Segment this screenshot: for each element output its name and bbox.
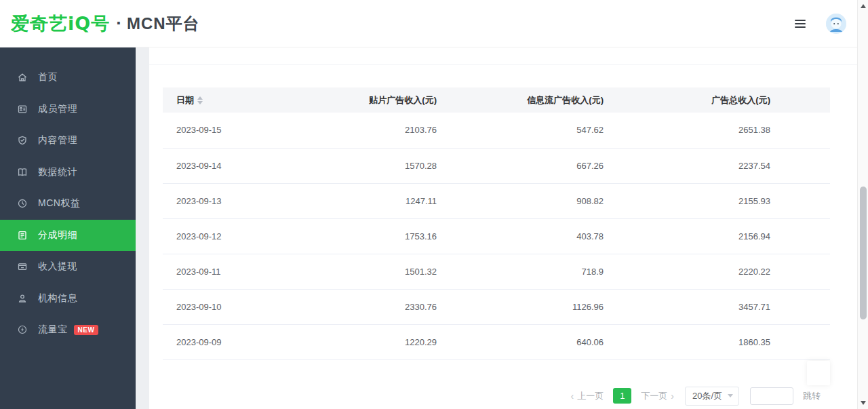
table-row: 2023-09-15 2103.76 547.62 2651.38 [163, 113, 830, 148]
select-caret-down-icon [728, 394, 733, 397]
cell-date: 2023-09-09 [163, 324, 330, 359]
cell-feed-ad-revenue: 1126.96 [496, 289, 663, 324]
current-page-button[interactable]: 1 [613, 388, 631, 404]
cell-preroll-ad-revenue: 1570.28 [330, 148, 496, 183]
cell-date: 2023-09-11 [163, 254, 330, 289]
cell-preroll-ad-revenue: 1247.11 [330, 183, 496, 218]
org-person-icon [17, 293, 28, 304]
cell-date: 2023-09-13 [163, 183, 330, 218]
cell-date: 2023-09-12 [163, 218, 330, 254]
table-row: 2023-09-13 1247.11 908.82 2155.93 [163, 183, 830, 218]
cell-feed-ad-revenue: 403.78 [496, 218, 663, 254]
main-content-area: 日期 贴片广告收入(元) 信息流广告收入(元) 广告总收入(元) 2023-09… [136, 47, 857, 409]
sidebar-item-members[interactable]: 成员管理 [0, 94, 136, 125]
sidebar-item-revenue-detail[interactable]: 分成明细 [0, 220, 136, 252]
cell-total-ad-revenue: 2651.38 [663, 113, 830, 148]
pagination-bar: ‹ 上一页 1 下一页 › 20条/页 跳转 [149, 387, 821, 406]
sidebar-item-home[interactable]: 首页 [0, 62, 136, 94]
sidebar-item-label: 内容管理 [38, 134, 77, 147]
sidebar-item-label: 成员管理 [38, 103, 77, 115]
sidebar-item-label: 分成明细 [38, 229, 77, 241]
cell-preroll-ad-revenue: 1220.29 [330, 324, 496, 359]
scrollbar-thumb[interactable] [860, 187, 867, 319]
sidebar-item-label: 数据统计 [38, 166, 77, 178]
cell-total-ad-revenue: 2237.54 [663, 148, 830, 183]
column-header-date: 日期 [163, 87, 330, 113]
hamburger-menu-icon[interactable] [795, 20, 806, 28]
cell-total-ad-revenue: 2220.22 [663, 254, 830, 289]
cell-date: 2023-09-14 [163, 148, 330, 183]
window-scrollbar[interactable] [857, 0, 868, 409]
table-row: 2023-09-14 1570.28 667.26 2237.54 [163, 148, 830, 183]
prev-page-button[interactable]: ‹ 上一页 [571, 390, 604, 402]
cell-feed-ad-revenue: 718.9 [496, 254, 663, 289]
cell-feed-ad-revenue: 547.62 [496, 113, 663, 148]
revenue-table-wrapper: 日期 贴片广告收入(元) 信息流广告收入(元) 广告总收入(元) 2023-09… [163, 87, 830, 360]
brand-logo[interactable]: 爱奇艺iQ号 · MCN平台 [0, 12, 200, 36]
next-page-button[interactable]: 下一页 › [641, 390, 674, 402]
column-header-preroll-ad-revenue: 贴片广告收入(元) [330, 87, 496, 113]
cell-preroll-ad-revenue: 1753.16 [330, 218, 496, 254]
cell-preroll-ad-revenue: 1501.32 [330, 254, 496, 289]
scrollbar-down-arrow-icon[interactable] [861, 401, 866, 405]
jump-page-input[interactable] [750, 387, 793, 405]
brand-logo-platform-text: MCN平台 [127, 13, 200, 35]
topbar-right-controls [795, 0, 846, 47]
stats-book-icon [17, 167, 28, 178]
table-row: 2023-09-09 1220.29 640.06 1860.35 [163, 324, 830, 359]
table-header-row: 日期 贴片广告收入(元) 信息流广告收入(元) 广告总收入(元) [163, 87, 830, 113]
sidebar-item-label: 收入提现 [38, 260, 77, 273]
user-avatar[interactable] [826, 14, 846, 34]
cell-preroll-ad-revenue: 2330.76 [330, 289, 496, 324]
clock-icon [17, 198, 28, 209]
sidebar-item-withdraw-card[interactable]: 收入提现 [0, 251, 136, 283]
column-header-feed-ad-revenue: 信息流广告收入(元) [496, 87, 663, 113]
revenue-detail-icon [17, 230, 28, 241]
sidebar-item-clock[interactable]: MCN权益 [0, 188, 136, 220]
cell-preroll-ad-revenue: 2103.76 [330, 113, 496, 148]
scrollbar-up-arrow-icon[interactable] [861, 4, 866, 8]
card-top-divider [149, 47, 857, 65]
cell-date: 2023-09-15 [163, 113, 330, 148]
sidebar-item-content-shield[interactable]: 内容管理 [0, 125, 136, 157]
table-row: 2023-09-12 1753.16 403.78 2156.94 [163, 218, 830, 254]
sidebar-item-label: 流量宝 [38, 324, 68, 336]
avatar-cartoon-face-icon [826, 14, 846, 34]
jump-page-button[interactable]: 跳转 [803, 390, 821, 402]
members-icon [17, 104, 28, 115]
revenue-table: 日期 贴片广告收入(元) 信息流广告收入(元) 广告总收入(元) 2023-09… [163, 87, 830, 360]
sidebar-item-label: MCN权益 [38, 197, 80, 210]
sort-control-icon[interactable] [197, 96, 203, 104]
cell-total-ad-revenue: 3457.71 [663, 289, 830, 324]
new-badge: NEW [74, 325, 99, 335]
cell-feed-ad-revenue: 640.06 [496, 324, 663, 359]
brand-logo-green-text: 爱奇艺iQ号 [11, 12, 110, 36]
column-header-total-ad-revenue: 广告总收入(元) [663, 87, 830, 113]
top-header-bar: 爱奇艺iQ号 · MCN平台 [0, 0, 857, 47]
cell-total-ad-revenue: 2156.94 [663, 218, 830, 254]
traffic-bolt-icon [17, 324, 28, 335]
cell-feed-ad-revenue: 667.26 [496, 148, 663, 183]
cell-total-ad-revenue: 2155.93 [663, 183, 830, 218]
next-arrow-icon: › [671, 391, 674, 401]
prev-arrow-icon: ‹ [571, 391, 574, 401]
withdraw-card-icon [17, 261, 28, 272]
sidebar-item-label: 机构信息 [38, 292, 77, 305]
sidebar-item-label: 首页 [38, 71, 58, 83]
home-icon [17, 72, 28, 83]
sidebar-item-stats-book[interactable]: 数据统计 [0, 157, 136, 189]
cell-date: 2023-09-10 [163, 289, 330, 324]
table-row: 2023-09-11 1501.32 718.9 2220.22 [163, 254, 830, 289]
sidebar-item-traffic-bolt[interactable]: 流量宝 NEW [0, 314, 136, 346]
sidebar-item-org-person[interactable]: 机构信息 [0, 283, 136, 315]
back-to-top-widget[interactable] [807, 361, 830, 385]
cell-total-ad-revenue: 1860.35 [663, 324, 830, 359]
page-size-select[interactable]: 20条/页 [685, 387, 739, 406]
sidebar-nav: 首页 成员管理 内容管理 数据统计 MCN权益 分成明细 收入提现 机构信息 流… [0, 47, 136, 409]
content-card: 日期 贴片广告收入(元) 信息流广告收入(元) 广告总收入(元) 2023-09… [149, 47, 857, 409]
brand-logo-dot: · [116, 13, 122, 34]
cell-feed-ad-revenue: 908.82 [496, 183, 663, 218]
content-shield-icon [17, 135, 28, 146]
table-row: 2023-09-10 2330.76 1126.96 3457.71 [163, 289, 830, 324]
